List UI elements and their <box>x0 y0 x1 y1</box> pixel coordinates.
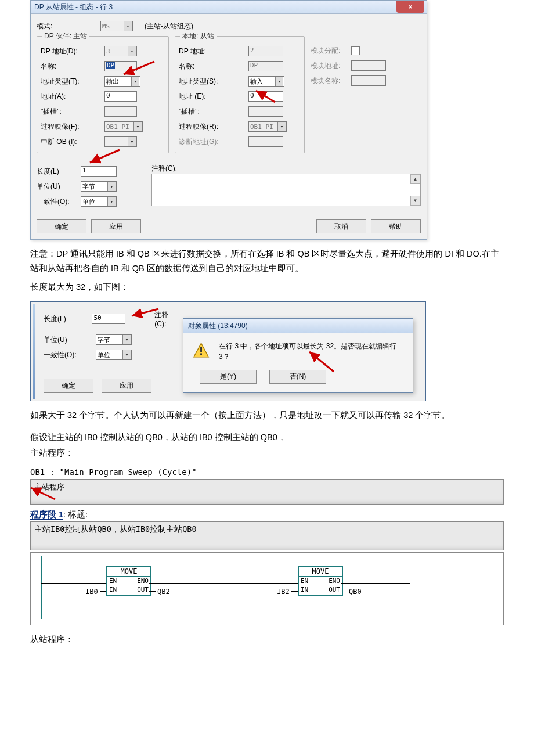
module-addr-field <box>351 60 386 71</box>
module-info: 模块分配: 模块地址: 模块名称: <box>311 34 421 153</box>
unit-label: 单位(U) <box>37 182 81 192</box>
rung-wire <box>149 583 298 584</box>
master-addr-a-field[interactable]: 0 <box>104 91 137 102</box>
msgbox-title: 对象属性 (13:4790) <box>183 319 413 333</box>
svg-line-1 <box>256 91 275 102</box>
slave-slot-label: "插槽": <box>179 107 248 117</box>
scroll-down-icon[interactable]: ▼ <box>410 196 420 206</box>
module-alloc-checkbox[interactable] <box>351 46 360 55</box>
length-field-2[interactable]: 50 <box>92 314 125 324</box>
note-paragraph-2: 长度最大为 32，如下图： <box>30 280 504 294</box>
mode-label: 模式: <box>37 21 100 31</box>
slave-dp-addr-label: DP 地址: <box>179 46 248 56</box>
comment-label: 注释(C): <box>151 164 421 174</box>
note-paragraph-6: 从站程序： <box>30 632 504 647</box>
slave-diag-addr-field <box>248 136 283 147</box>
rung-wire <box>341 583 410 584</box>
master-addr-type-select[interactable]: 输出 <box>104 76 140 87</box>
dialog-title: DP 从站属性 - 组态 - 行 3 <box>34 2 113 12</box>
note-paragraph-4: 假设让主站的 IB0 控制从站的 QB0，从站的 IB0 控制主站的 QB0， <box>30 430 504 445</box>
svg-line-7 <box>309 352 334 372</box>
master-proc-image-label: 过程映像(F): <box>41 122 104 132</box>
consistency-label-2: 一致性(O): <box>44 350 96 360</box>
move-block-2: MOVE EN ENO IN OUT <box>298 566 343 596</box>
note-paragraph-1: 注意：DP 通讯只能用 IB 和 QB 区来进行数据交换，所有在选择 IB 和 … <box>30 247 504 276</box>
slave-proc-image-label: 过程映像(R): <box>179 122 248 132</box>
svg-line-3 <box>132 309 158 316</box>
length-label: 长度(L) <box>37 167 81 177</box>
unit-label-2: 单位(U) <box>44 335 96 345</box>
svg-line-8 <box>31 488 55 499</box>
master-proc-image-select[interactable]: OB1 PI <box>104 121 143 132</box>
consistency-label: 一致性(O): <box>37 197 81 207</box>
red-arrow-icon <box>306 350 341 373</box>
warning-triangle-icon <box>193 341 210 359</box>
module-alloc-label: 模块分配: <box>311 46 351 56</box>
red-arrow-icon <box>122 62 157 75</box>
unit-select-2[interactable]: 字节 <box>96 334 132 345</box>
yes-button[interactable]: 是(Y) <box>200 370 257 384</box>
move2-in-label: IB2 <box>277 588 290 596</box>
slave-addr-type-select[interactable]: 输入 <box>248 76 284 87</box>
master-interrupt-select[interactable] <box>104 136 137 147</box>
ladder-diagram: MOVE EN ENO IN OUT IB0 QB2 MOVE EN ENO I… <box>30 552 504 625</box>
consistency-select[interactable]: 单位 <box>81 196 117 207</box>
master-dp-addr-select[interactable]: 3 <box>104 46 137 56</box>
master-addr-type-label: 地址类型(T): <box>41 77 104 87</box>
slave-name-label: 名称: <box>179 62 248 71</box>
length-label-2: 长度(L) <box>44 314 92 324</box>
mode-hint: (主站-从站组态) <box>145 21 193 31</box>
ob1-header: OB1 : "Main Program Sweep (Cycle)" <box>30 467 504 477</box>
svg-rect-6 <box>200 354 202 355</box>
move2-out-label: QB0 <box>349 588 362 596</box>
module-addr-label: 模块地址: <box>311 61 351 71</box>
segment-link[interactable]: 程序段 1 <box>30 510 63 520</box>
scroll-up-icon[interactable]: ▲ <box>410 174 420 184</box>
svg-line-2 <box>90 150 120 163</box>
master-dp-addr-label: DP 地址(D): <box>41 46 104 56</box>
module-name-label: 模块名称: <box>311 76 351 86</box>
ok-button[interactable]: 确定 <box>37 219 86 233</box>
move1-in-label: IB0 <box>85 588 98 596</box>
help-button[interactable]: 帮助 <box>371 219 421 233</box>
length-unit-group: 长度(L) 1 单位(U) 字节 一致性(O): 单位 <box>37 164 141 209</box>
slave-name-field: DP <box>248 61 283 71</box>
close-button[interactable]: × <box>396 1 424 13</box>
slave-addr-type-label: 地址类型(S): <box>179 77 248 87</box>
program-title-box: 主站程序 <box>30 479 504 505</box>
slave-addr-e-label: 地址 (E): <box>179 92 248 102</box>
master-interrupt-label: 中断 OB (I): <box>41 137 104 147</box>
slave-slot-field <box>248 106 283 117</box>
move-block-1: MOVE EN ENO IN OUT <box>106 566 151 596</box>
slave-proc-image-select[interactable]: OB1 PI <box>248 121 287 132</box>
svg-line-0 <box>124 62 154 74</box>
note-paragraph-5: 主站程序： <box>30 446 504 460</box>
slave-group: 本地: 从站 DP 地址: 2 名称: DP 地址类型(S): 输入 地址 (E… <box>175 36 305 153</box>
module-name-field <box>351 75 386 86</box>
master-name-label: 名称: <box>41 62 104 71</box>
red-arrow-icon <box>129 308 160 322</box>
consistency-select-2[interactable]: 单位 <box>96 350 132 360</box>
warning-message-box: 对象属性 (13:4790) 在行 3 中，各个地址项可以最长为 32。是否现在… <box>183 318 413 393</box>
red-arrow-icon <box>88 150 122 164</box>
red-arrow-icon <box>255 89 278 103</box>
length-field[interactable]: 1 <box>81 166 117 177</box>
red-arrow-icon <box>28 487 57 502</box>
mode-select[interactable]: MS <box>100 21 133 31</box>
dp-slave-properties-dialog: DP 从站属性 - 组态 - 行 3 × 模式: MS (主站-从站组态) DP… <box>30 0 427 240</box>
slave-dp-addr-field: 2 <box>248 46 283 56</box>
master-legend: DP 伙伴: 主站 <box>42 31 89 41</box>
length-50-dialog: 长度(L) 50 注释(C): 单位(U) 字节 一致性(O): 单位 确定 应… <box>30 301 426 401</box>
unit-select[interactable]: 字节 <box>81 181 117 192</box>
segment-comment-box: 主站IB0控制从站QB0，从站IB0控制主站QB0 <box>30 521 504 550</box>
master-slot-label: "插槽": <box>41 107 104 117</box>
power-rail <box>41 556 42 619</box>
apply-button[interactable]: 应用 <box>91 219 141 233</box>
slave-diag-addr-label: 诊断地址(G): <box>179 137 248 147</box>
apply-button-2[interactable]: 应用 <box>102 379 151 393</box>
dialog-title-bar: DP 从站属性 - 组态 - 行 3 × <box>31 1 427 14</box>
ok-button-2[interactable]: 确定 <box>44 379 93 393</box>
master-slot-field <box>104 106 137 117</box>
comment-textarea[interactable]: ▲ ▼ <box>151 174 421 206</box>
cancel-button[interactable]: 取消 <box>316 219 366 233</box>
